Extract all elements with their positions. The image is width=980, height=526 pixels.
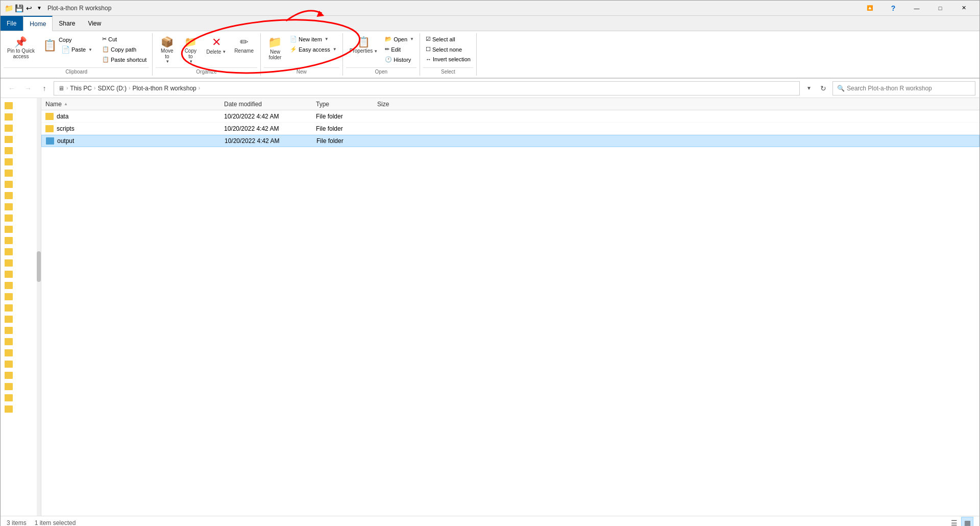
list-item[interactable] [1, 370, 41, 381]
select-none-btn[interactable]: ☐ Select none [423, 44, 473, 54]
list-item[interactable] [1, 235, 41, 246]
list-item[interactable] [1, 257, 41, 269]
ribbon-collapse-btn[interactable]: 🔼 [858, 1, 881, 16]
refresh-btn[interactable]: ↻ [816, 81, 830, 95]
sidebar-folder-icon [5, 170, 13, 177]
open-dropdown-icon: ▼ [410, 37, 414, 41]
close-btn[interactable]: ✕ [952, 1, 975, 16]
column-name[interactable]: Name ▲ [45, 101, 224, 108]
copy-path-btn[interactable]: 📋 Copy path [100, 44, 149, 54]
dropdown-arrow-icon[interactable]: ▼ [35, 4, 43, 12]
file-type: File folder [316, 137, 378, 145]
list-item[interactable] [1, 100, 41, 111]
new-label: New [264, 67, 339, 75]
ribbon-group-select: ☑ Select all ☐ Select none ↔ Invert sele… [420, 33, 477, 76]
breadcrumb-folder[interactable]: Plot-a-thon R workshop [132, 85, 196, 92]
tab-view[interactable]: View [82, 16, 108, 31]
select-col: ☑ Select all ☐ Select none ↔ Invert sele… [423, 34, 473, 64]
invert-selection-btn[interactable]: ↔ Invert selection [423, 55, 473, 64]
breadcrumb-sdxc[interactable]: SDXC (D:) [97, 85, 127, 92]
back-btn[interactable]: ← [5, 81, 19, 95]
list-item[interactable] [1, 280, 41, 291]
paste-shortcut-icon: 📋 [102, 56, 109, 63]
paste-btn[interactable]: 📄 Paste ▼ [59, 44, 95, 55]
list-item[interactable] [1, 381, 41, 392]
pin-to-quick-access-btn[interactable]: 📌 Pin to Quickaccess [4, 34, 38, 62]
list-item[interactable] [1, 179, 41, 190]
list-item[interactable] [1, 134, 41, 145]
tab-share[interactable]: Share [53, 16, 82, 31]
sidebar-folder-icon [5, 259, 13, 267]
breadcrumb-this-pc[interactable]: This PC [70, 85, 92, 92]
list-item[interactable] [1, 168, 41, 179]
select-all-btn[interactable]: ☑ Select all [423, 34, 473, 44]
table-row[interactable]: output 10/20/2022 4:42 AM File folder [41, 135, 979, 147]
new-item-btn[interactable]: 📄 New item ▼ [287, 34, 339, 44]
select-all-icon: ☑ [426, 36, 431, 42]
search-bar: 🔍 [832, 81, 975, 95]
column-size[interactable]: Size [377, 101, 418, 108]
properties-btn[interactable]: 📋 Properties▼ [346, 34, 382, 56]
list-item[interactable] [1, 111, 41, 123]
up-btn[interactable]: ↑ [37, 81, 52, 95]
sidebar-scrollbar[interactable] [37, 98, 41, 516]
file-date: 10/20/2022 4:42 AM [225, 137, 316, 145]
column-date[interactable]: Date modified [224, 101, 316, 108]
edit-icon: ✏ [385, 46, 389, 53]
easy-access-btn[interactable]: ⚡ Easy access ▼ [287, 44, 339, 54]
copy-to-btn[interactable]: 📁 Copyto ▼ [179, 34, 202, 66]
list-item[interactable] [1, 392, 41, 403]
list-item[interactable] [1, 302, 41, 314]
sidebar-folder-icon [5, 125, 13, 132]
list-item[interactable] [1, 403, 41, 415]
minimize-btn[interactable]: — [905, 1, 928, 16]
list-item[interactable] [1, 246, 41, 257]
sidebar-scroll-thumb[interactable] [37, 251, 41, 282]
list-item[interactable] [1, 145, 41, 156]
help-btn[interactable]: ? [881, 1, 905, 16]
file-list: Name ▲ Date modified Type Size data [41, 98, 979, 516]
history-btn[interactable]: 🕐 History [382, 55, 416, 64]
clipboard-content: 📌 Pin to Quickaccess 📋 Copy 📄 Paste [4, 34, 149, 66]
maximize-btn[interactable]: □ [928, 1, 952, 16]
folder-icon [45, 113, 54, 120]
move-to-btn[interactable]: 📦 Moveto ▼ [156, 34, 178, 66]
list-item[interactable] [1, 347, 41, 358]
list-item[interactable] [1, 314, 41, 325]
list-item[interactable] [1, 201, 41, 212]
list-view-btn[interactable]: ☰ [948, 517, 960, 527]
list-item[interactable] [1, 358, 41, 370]
table-row[interactable]: scripts 10/20/2022 4:42 AM File folder [41, 123, 979, 135]
delete-btn[interactable]: ✕ Delete▼ [203, 34, 230, 57]
tab-file[interactable]: File [1, 16, 23, 31]
cut-btn[interactable]: ✂ Cut [100, 34, 149, 44]
ribbon-content: 📌 Pin to Quickaccess 📋 Copy 📄 Paste [1, 31, 979, 78]
column-type[interactable]: Type [316, 101, 377, 108]
list-item[interactable] [1, 291, 41, 302]
sidebar-folder-icon [5, 394, 13, 401]
tab-home[interactable]: Home [23, 16, 53, 31]
edit-btn[interactable]: ✏ Edit [382, 44, 416, 54]
address-dropdown-btn[interactable]: ▼ [802, 81, 816, 95]
sidebar-folder-icon [5, 282, 13, 289]
list-item[interactable] [1, 190, 41, 201]
forward-btn[interactable]: → [21, 81, 35, 95]
list-item[interactable] [1, 123, 41, 134]
paste-shortcut-btn[interactable]: 📋 Paste shortcut [100, 55, 149, 64]
list-item[interactable] [1, 224, 41, 235]
list-item[interactable] [1, 325, 41, 336]
item-count: 3 items [7, 519, 27, 527]
open-btn[interactable]: 📂 Open ▼ [382, 34, 416, 44]
new-folder-btn[interactable]: 📁 Newfolder [264, 34, 286, 63]
ribbon-group-organize: 📦 Moveto ▼ 📁 Copyto ▼ ✕ Delete▼ ✏ [153, 33, 261, 76]
list-item[interactable] [1, 336, 41, 347]
details-view-btn[interactable]: ▦ [961, 517, 973, 527]
list-item[interactable] [1, 269, 41, 280]
copy-btn[interactable]: 📋 Copy 📄 Paste ▼ [39, 34, 99, 58]
table-row[interactable]: data 10/20/2022 4:42 AM File folder [41, 110, 979, 123]
list-item[interactable] [1, 156, 41, 168]
rename-btn[interactable]: ✏ Rename [231, 34, 257, 56]
list-item[interactable] [1, 212, 41, 224]
search-input[interactable] [847, 85, 971, 92]
file-type: File folder [316, 113, 377, 120]
